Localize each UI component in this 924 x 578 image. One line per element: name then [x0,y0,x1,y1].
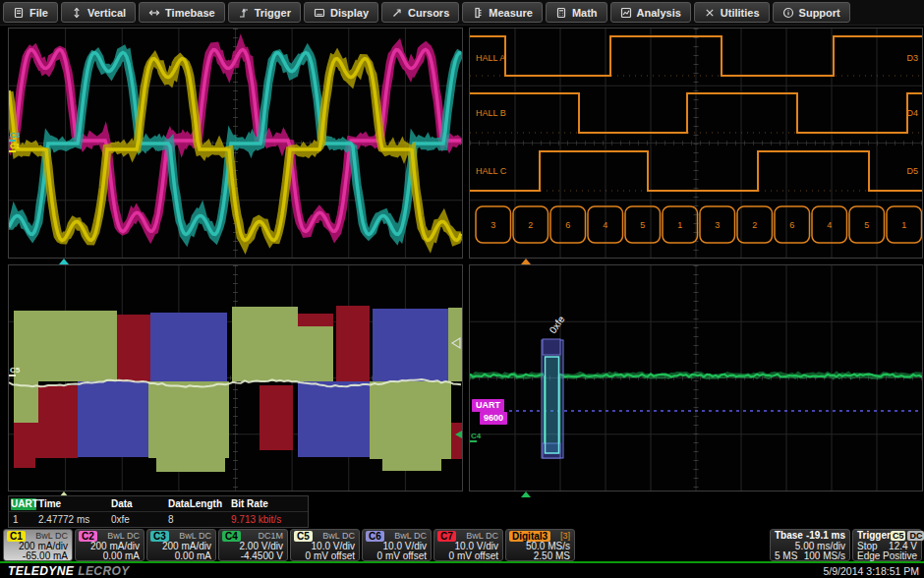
menu-trigger-button[interactable]: Trigger [228,2,301,23]
timebase-descriptor[interactable]: Tbase -19.1 ms 5.00 ms/div 5 MS 100 MS/s [770,529,850,561]
grid-pwm-voltages[interactable]: C5 [8,264,463,491]
menu-cursors-button[interactable]: Cursors [381,2,459,23]
row-bitrate: 9.713 kbit/s [231,514,308,525]
bus-value: 3 [715,220,720,230]
menu-display-button[interactable]: Display [304,2,378,23]
pwm-block-b [78,381,148,457]
channel-offset: 0 mV offset [294,551,355,561]
trigger-icon [238,7,250,19]
grid-hall-digital[interactable]: HALL AD3HALL BD4HALL CD5326451326451 [469,28,923,259]
row-data: 0xfe [111,514,168,525]
bus-value: 5 [864,220,869,230]
pwm-block-b [373,309,448,381]
channel-descriptor-c4[interactable]: C4DC1M2.00 V/div-4.4500 V [218,529,288,561]
trigger-descriptor[interactable]: Trigger C5DC Stop 12.4 V Edge Positive [852,529,922,561]
bus-value: 2 [528,220,533,230]
menu-label: Cursors [408,7,449,19]
row-time: 2.47772 ms [38,514,111,525]
file-icon [13,7,25,19]
menu-file-button[interactable]: File [3,2,58,23]
label-d4: D4 [906,108,918,118]
label-hall-a: HALL A [476,53,505,63]
row-length: 8 [168,514,231,525]
menu-label: Trigger [255,7,291,19]
channel-descriptor-c3[interactable]: C3BwL DC200 mA/div0.00 mA [146,529,216,561]
menu-analysis-button[interactable]: Analysis [610,2,691,23]
bus-value: 3 [491,220,495,230]
display-icon [314,7,325,19]
analog-currents-canvas: C3C1 [9,29,462,258]
pwm-block-g [370,381,451,459]
pwm-block-r [14,423,35,468]
trigger-marker-bottom-right[interactable] [521,491,531,497]
uart-protocol-badge[interactable]: UART [472,399,504,412]
decode-value-label: 0xfe [548,314,567,335]
channel-offset: -65.00 mA [7,551,68,561]
tbase-delay: -19.1 ms [806,531,845,542]
trigger-slope: Positive [883,551,917,562]
uart-table-row[interactable]: 1 2.47772 ms 0xfe 8 9.713 kbit/s [9,512,308,527]
col-bitrate: Bit Rate [231,498,308,509]
tbase-label: Tbase [775,531,803,542]
uart-baudrate-badge[interactable]: 9600 [480,412,507,425]
pwm-block-g [298,326,333,381]
uart-decode-table[interactable]: UART Time Data DataLength Bit Rate 1 2.4… [8,495,309,528]
bus-value: 6 [789,220,794,230]
menu-label: Utilities [721,7,760,19]
pwm-block-r [35,385,78,458]
grid-analog-currents[interactable]: C3C1 [8,28,463,259]
bus-value: 5 [640,220,645,230]
menu-vertical-button[interactable]: Vertical [61,2,136,23]
menu-support-button[interactable]: Support [773,2,850,23]
timebase-icon [148,7,160,19]
pwm-block-r [298,314,333,326]
menu-math-button[interactable]: Math [546,2,607,23]
menu-utilities-button[interactable]: Utilities [694,2,770,23]
footer-bar: TELEDYNELECROY 5/9/2014 3:18:51 PM [0,563,924,578]
row-index: 1 [9,514,38,525]
utilities-icon [704,7,716,19]
pwm-voltages-canvas: C5 [9,265,462,491]
pwm-block-g [232,307,298,381]
channel-descriptor-bar: C1BwL DC200 mA/div-65.00 mAC2BwL DC200 m… [3,529,575,562]
bus-value: 6 [565,220,570,230]
bus-value: 4 [827,220,832,230]
channel-descriptor-c6[interactable]: C6BwL DC10.0 V/div0 mV offset [362,529,432,561]
menu-bar: FileVerticalTimebaseTriggerDisplayCursor… [0,0,924,26]
menu-label: Support [799,7,840,19]
bus-value: 1 [901,220,906,230]
bus-value: 1 [677,220,682,230]
menu-timebase-button[interactable]: Timebase [139,2,225,23]
pwm-block-r [260,385,293,450]
channel-descriptor-c7[interactable]: C7BwL DC10.0 V/div0 mV offset [433,529,503,561]
label-d3: D3 [906,53,918,63]
channel-descriptor-c5[interactable]: C5BwL DC10.0 V/div0 mV offset [290,529,360,561]
channel-offset: 0.00 mA [150,551,211,561]
channel-descriptor-c1[interactable]: C1BwL DC200 mA/div-65.00 mA [3,529,73,561]
channel-descriptor-c2[interactable]: C2BwL DC200 mA/div0.00 mA [75,529,144,561]
menu-label: Measure [489,7,533,19]
label-d5: D5 [906,166,918,176]
menu-label: Display [330,7,369,19]
menu-label: File [29,7,48,19]
edge-label-c1: C1 [10,142,21,150]
support-icon [782,7,794,19]
tbase-samplerate: 100 MS/s [804,551,845,562]
trigger-marker-top-right[interactable] [521,259,531,264]
pwm-block-b [150,313,227,381]
edge-label-c3: C3 [10,131,21,140]
grid-uart-line[interactable]: 0xfeC4 UART 9600 [469,264,923,491]
label-hall-c: HALL C [476,166,507,176]
trigger-marker-top-left[interactable] [59,259,69,264]
vertical-icon [71,7,83,19]
menu-measure-button[interactable]: Measure [462,2,543,23]
pwm-block-b [298,381,370,457]
col-time: Time [38,498,111,509]
channel-chip: C7 [437,531,456,542]
pwm-block-g [14,311,117,381]
uart-table-header: UART Time Data DataLength Bit Rate [9,496,308,512]
trigger-coupling-badge: DC [907,531,924,541]
col-datalength: DataLength [168,498,231,509]
channel-descriptor-digital3[interactable]: Digital3[3]50.0 MS/s2.50 MS [505,529,575,561]
menu-label: Vertical [87,7,126,19]
